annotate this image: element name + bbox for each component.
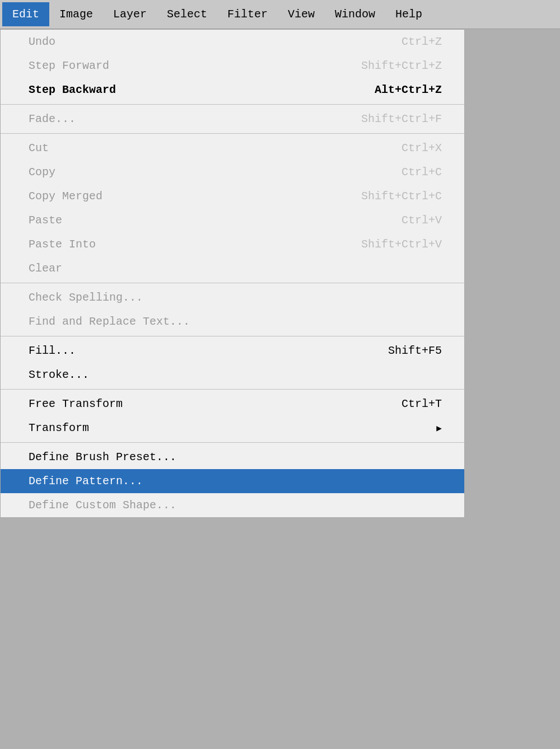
menu-item-copy[interactable]: Copy Ctrl+C [1,160,464,184]
separator-6 [1,442,464,443]
menu-item-step-forward[interactable]: Step Forward Shift+Ctrl+Z [1,54,464,78]
menu-item-paste-into[interactable]: Paste Into Shift+Ctrl+V [1,232,464,256]
step-forward-shortcut: Shift+Ctrl+Z [361,59,442,72]
separator-4 [1,336,464,336]
free-transform-shortcut: Ctrl+T [402,397,442,410]
fade-shortcut: Shift+Ctrl+F [361,113,442,125]
undo-shortcut: Ctrl+Z [402,35,442,48]
find-replace-label: Find and Replace Text... [29,315,190,328]
menu-edit[interactable]: Edit [2,2,49,26]
define-brush-preset-label: Define Brush Preset... [29,451,176,464]
menu-item-stroke[interactable]: Stroke... [1,363,464,387]
clear-label: Clear [29,262,62,275]
menu-item-define-pattern[interactable]: Define Pattern... [1,469,464,493]
menu-help[interactable]: Help [385,2,432,26]
menu-item-find-replace[interactable]: Find and Replace Text... [1,310,464,334]
copy-shortcut: Ctrl+C [402,166,442,179]
paste-label: Paste [29,214,62,227]
menu-item-clear[interactable]: Clear [1,256,464,280]
separator-3 [1,283,464,283]
separator-5 [1,389,464,390]
fill-label: Fill... [29,344,76,357]
menu-image[interactable]: Image [49,2,103,26]
menu-item-cut[interactable]: Cut Ctrl+X [1,136,464,160]
menu-filter[interactable]: Filter [217,2,278,26]
menu-item-step-backward[interactable]: Step Backward Alt+Ctrl+Z [1,78,464,102]
transform-arrow-icon: ▶ [436,423,442,434]
menu-item-free-transform[interactable]: Free Transform Ctrl+T [1,392,464,416]
step-backward-shortcut: Alt+Ctrl+Z [375,83,442,96]
paste-into-label: Paste Into [29,238,96,251]
free-transform-label: Free Transform [29,397,123,410]
menu-item-fade[interactable]: Fade... Shift+Ctrl+F [1,107,464,131]
edit-dropdown-menu: Undo Ctrl+Z Step Forward Shift+Ctrl+Z St… [0,29,465,518]
copy-label: Copy [29,166,55,179]
step-forward-label: Step Forward [29,59,109,72]
cut-label: Cut [29,142,49,155]
menu-item-define-brush-preset[interactable]: Define Brush Preset... [1,445,464,469]
copy-merged-label: Copy Merged [29,190,102,203]
menu-item-transform[interactable]: Transform ▶ [1,416,464,440]
menu-item-check-spelling[interactable]: Check Spelling... [1,285,464,310]
menu-item-copy-merged[interactable]: Copy Merged Shift+Ctrl+C [1,184,464,208]
menu-item-define-custom-shape[interactable]: Define Custom Shape... [1,493,464,517]
menubar: Edit Image Layer Select Filter View Wind… [0,0,560,29]
menu-item-fill[interactable]: Fill... Shift+F5 [1,339,464,363]
separator-1 [1,104,464,105]
menu-item-undo[interactable]: Undo Ctrl+Z [1,30,464,54]
fill-shortcut: Shift+F5 [388,344,442,357]
check-spelling-label: Check Spelling... [29,291,143,304]
menu-item-paste[interactable]: Paste Ctrl+V [1,208,464,232]
copy-merged-shortcut: Shift+Ctrl+C [361,190,442,203]
transform-label: Transform [29,422,89,434]
define-pattern-label: Define Pattern... [29,475,143,488]
paste-into-shortcut: Shift+Ctrl+V [361,238,442,251]
menu-layer[interactable]: Layer [103,2,157,26]
menu-window[interactable]: Window [325,2,385,26]
undo-label: Undo [29,35,55,48]
separator-2 [1,133,464,134]
background-area [465,29,560,749]
stroke-label: Stroke... [29,368,89,381]
fade-label: Fade... [29,113,76,125]
paste-shortcut: Ctrl+V [402,214,442,227]
menu-select[interactable]: Select [157,2,217,26]
step-backward-label: Step Backward [29,83,116,96]
cut-shortcut: Ctrl+X [402,142,442,155]
define-custom-shape-label: Define Custom Shape... [29,499,176,512]
menu-view[interactable]: View [278,2,325,26]
